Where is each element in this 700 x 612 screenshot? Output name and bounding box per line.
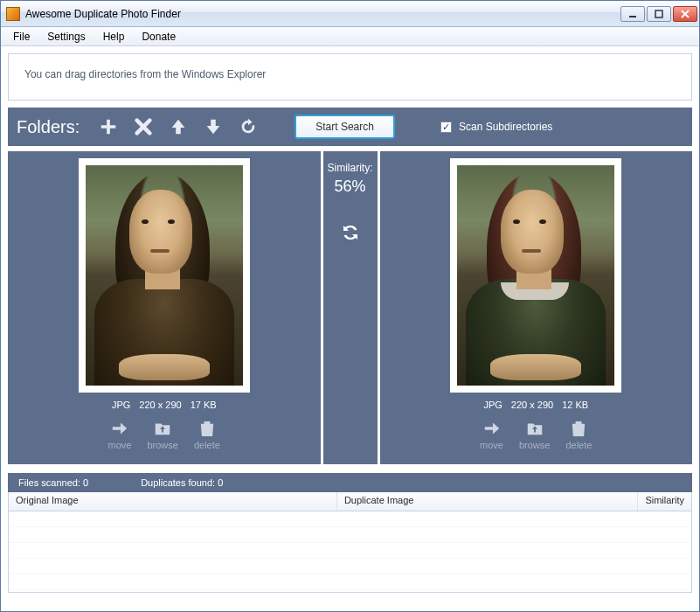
move-down-button[interactable] <box>198 112 228 142</box>
right-image-meta: JPG 220 x 290 12 KB <box>483 400 588 410</box>
drop-hint-text: You can drag directories from the Window… <box>24 68 266 80</box>
folder-drop-area[interactable]: You can drag directories from the Window… <box>8 53 692 101</box>
remove-folder-button[interactable] <box>128 112 158 142</box>
duplicates-found: Duplicates found: 0 <box>141 477 223 488</box>
results-table: Original Image Duplicate Image Similarit… <box>8 492 692 593</box>
left-image-meta: JPG 220 x 290 17 KB <box>112 400 217 410</box>
swap-icon <box>340 222 361 243</box>
add-folder-button[interactable] <box>94 112 123 142</box>
start-search-button[interactable]: Start Search <box>295 115 395 139</box>
right-browse-button[interactable]: browse <box>519 419 550 450</box>
left-image-pane: JPG 220 x 290 17 KB move browse delete <box>8 151 321 464</box>
right-delete-button[interactable]: delete <box>565 419 592 450</box>
titlebar: Awesome Duplicate Photo Finder <box>1 1 699 27</box>
folder-up-icon <box>525 419 544 438</box>
similarity-label: Similarity: <box>327 162 372 174</box>
table-row <box>9 559 691 574</box>
table-row <box>9 574 691 590</box>
compare-area: JPG 220 x 290 17 KB move browse delete S… <box>8 151 692 464</box>
col-original[interactable]: Original Image <box>9 492 337 511</box>
left-size: 17 KB <box>191 400 217 410</box>
maximize-button[interactable] <box>647 6 671 22</box>
folder-up-icon <box>153 419 172 438</box>
right-image-pane: JPG 220 x 290 12 KB move browse delete <box>380 151 693 464</box>
arrow-right-icon <box>110 419 129 438</box>
left-format: JPG <box>112 400 130 410</box>
trash-icon <box>198 419 217 438</box>
trash-icon <box>569 419 588 438</box>
table-body[interactable] <box>9 511 691 592</box>
close-button[interactable] <box>673 6 697 22</box>
svg-rect-0 <box>629 16 636 17</box>
right-image-frame <box>450 158 621 393</box>
window-title: Awesome Duplicate Photo Finder <box>25 8 620 20</box>
menu-file[interactable]: File <box>4 29 38 45</box>
menu-donate[interactable]: Donate <box>133 29 184 45</box>
table-header: Original Image Duplicate Image Similarit… <box>9 492 691 511</box>
right-dimensions: 220 x 290 <box>511 400 553 410</box>
folders-toolbar: Folders: Start Search ✓ Scan Subdirector… <box>8 108 692 146</box>
left-image-frame <box>79 158 250 393</box>
checkmark-icon: ✓ <box>440 122 452 133</box>
col-duplicate[interactable]: Duplicate Image <box>337 492 638 511</box>
left-dimensions: 220 x 290 <box>139 400 181 410</box>
menu-help[interactable]: Help <box>94 29 134 45</box>
arrow-right-icon <box>482 419 502 438</box>
right-format: JPG <box>483 400 502 410</box>
move-up-button[interactable] <box>163 112 193 142</box>
similarity-column: Similarity: 56% <box>323 151 378 464</box>
app-icon <box>6 7 20 21</box>
left-browse-button[interactable]: browse <box>147 419 177 450</box>
refresh-button[interactable] <box>233 112 263 142</box>
swap-button[interactable] <box>340 222 361 246</box>
right-size: 12 KB <box>562 400 588 410</box>
scan-subdirectories-label: Scan Subdirectories <box>459 121 552 133</box>
left-delete-button[interactable]: delete <box>194 419 220 450</box>
status-bar: Files scanned: 0 Duplicates found: 0 <box>8 473 692 492</box>
scan-subdirectories-checkbox[interactable]: ✓ Scan Subdirectories <box>440 121 552 133</box>
similarity-value: 56% <box>334 177 365 196</box>
files-scanned: Files scanned: 0 <box>18 477 88 488</box>
folders-label: Folders: <box>17 117 80 137</box>
svg-rect-1 <box>655 10 662 17</box>
right-image-preview[interactable] <box>457 165 614 386</box>
menubar: File Settings Help Donate <box>1 27 699 46</box>
col-similarity[interactable]: Similarity <box>638 492 691 511</box>
left-move-button[interactable]: move <box>108 419 132 450</box>
minimize-button[interactable] <box>620 6 645 22</box>
menu-settings[interactable]: Settings <box>38 29 94 45</box>
table-row <box>9 543 691 559</box>
table-row <box>9 527 691 543</box>
left-image-preview[interactable] <box>86 165 243 386</box>
right-move-button[interactable]: move <box>480 419 503 450</box>
table-row <box>9 511 691 527</box>
